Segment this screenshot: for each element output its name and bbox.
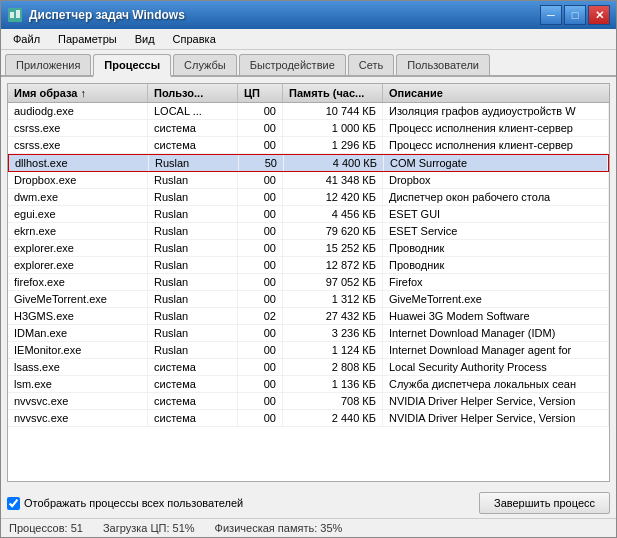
cell: lsass.exe <box>8 359 148 375</box>
menu-item-справка[interactable]: Справка <box>165 31 224 47</box>
cell: NVIDIA Driver Helper Service, Version <box>383 393 609 409</box>
cell: Изоляция графов аудиоустройств W <box>383 103 609 119</box>
col-header-desc[interactable]: Описание <box>383 84 609 102</box>
table-row[interactable]: firefox.exeRuslan0097 052 КБFirefox <box>8 274 609 291</box>
cell: система <box>148 393 238 409</box>
cell: 00 <box>238 342 283 358</box>
tab-сеть[interactable]: Сеть <box>348 54 394 75</box>
cell: 00 <box>238 137 283 153</box>
cell: firefox.exe <box>8 274 148 290</box>
cell: 4 400 КБ <box>284 155 384 171</box>
cell: Huawei 3G Modem Software <box>383 308 609 324</box>
tab-быстродействие[interactable]: Быстродействие <box>239 54 346 75</box>
cell: Internet Download Manager (IDM) <box>383 325 609 341</box>
cell: 79 620 КБ <box>283 223 383 239</box>
table-row[interactable]: dwm.exeRuslan0012 420 КБДиспетчер окон р… <box>8 189 609 206</box>
table-row[interactable]: audiodg.exeLOCAL ...0010 744 КБИзоляция … <box>8 103 609 120</box>
cell: 50 <box>239 155 284 171</box>
cell: 1 312 КБ <box>283 291 383 307</box>
show-all-users-checkbox[interactable]: Отображать процессы всех пользователей <box>7 497 243 510</box>
cell: NVIDIA Driver Helper Service, Version <box>383 410 609 426</box>
status-cpu: Загрузка ЦП: 51% <box>103 522 195 534</box>
cell: 12 420 КБ <box>283 189 383 205</box>
cell: Local Security Authority Process <box>383 359 609 375</box>
close-button[interactable]: ✕ <box>588 5 610 25</box>
cell: 15 252 КБ <box>283 240 383 256</box>
cell: 10 744 КБ <box>283 103 383 119</box>
menu-item-вид[interactable]: Вид <box>127 31 163 47</box>
cell: 3 236 КБ <box>283 325 383 341</box>
status-processes: Процессов: 51 <box>9 522 83 534</box>
table-row[interactable]: Dropbox.exeRuslan0041 348 КБDropbox <box>8 172 609 189</box>
col-header-user[interactable]: Пользо... <box>148 84 238 102</box>
process-table: Имя образа ↑Пользо...ЦППамять (час...Опи… <box>7 83 610 482</box>
table-row[interactable]: nvvsvc.exeсистема00708 КБNVIDIA Driver H… <box>8 393 609 410</box>
menu-item-параметры[interactable]: Параметры <box>50 31 125 47</box>
cell: Процесс исполнения клиент-сервер <box>383 120 609 136</box>
cell: 708 КБ <box>283 393 383 409</box>
cell: csrss.exe <box>8 120 148 136</box>
table-row[interactable]: dllhost.exeRuslan504 400 КБCOM Surrogate <box>8 154 609 172</box>
cell: ESET Service <box>383 223 609 239</box>
cell: 00 <box>238 240 283 256</box>
table-body[interactable]: audiodg.exeLOCAL ...0010 744 КБИзоляция … <box>8 103 609 481</box>
table-header: Имя образа ↑Пользо...ЦППамять (час...Опи… <box>8 84 609 103</box>
checkbox-label-text: Отображать процессы всех пользователей <box>24 497 243 509</box>
cell: audiodg.exe <box>8 103 148 119</box>
cell: Процесс исполнения клиент-сервер <box>383 137 609 153</box>
col-header-name[interactable]: Имя образа ↑ <box>8 84 148 102</box>
window-controls: ─ □ ✕ <box>540 5 610 25</box>
menu-item-файл[interactable]: Файл <box>5 31 48 47</box>
cell: Ruslan <box>148 189 238 205</box>
table-row[interactable]: lsass.exeсистема002 808 КБLocal Security… <box>8 359 609 376</box>
end-process-button[interactable]: Завершить процесс <box>479 492 610 514</box>
cell: dllhost.exe <box>9 155 149 171</box>
cell: 1 136 КБ <box>283 376 383 392</box>
table-row[interactable]: nvvsvc.exeсистема002 440 КБNVIDIA Driver… <box>8 410 609 427</box>
tab-службы[interactable]: Службы <box>173 54 237 75</box>
table-row[interactable]: explorer.exeRuslan0012 872 КБПроводник <box>8 257 609 274</box>
app-icon <box>7 7 23 23</box>
table-row[interactable]: egui.exeRuslan004 456 КБESET GUI <box>8 206 609 223</box>
table-row[interactable]: IEMonitor.exeRuslan001 124 КБInternet Do… <box>8 342 609 359</box>
cell: Ruslan <box>148 274 238 290</box>
table-row[interactable]: explorer.exeRuslan0015 252 КБПроводник <box>8 240 609 257</box>
tab-приложения[interactable]: Приложения <box>5 54 91 75</box>
cell: 00 <box>238 376 283 392</box>
cell: система <box>148 410 238 426</box>
tab-процессы[interactable]: Процессы <box>93 54 171 77</box>
cell: Ruslan <box>148 240 238 256</box>
cell: 02 <box>238 308 283 324</box>
table-row[interactable]: H3GMS.exeRuslan0227 432 КБHuawei 3G Mode… <box>8 308 609 325</box>
cell: 1 124 КБ <box>283 342 383 358</box>
cell: Internet Download Manager agent for <box>383 342 609 358</box>
cell: 2 808 КБ <box>283 359 383 375</box>
maximize-button[interactable]: □ <box>564 5 586 25</box>
table-row[interactable]: ekrn.exeRuslan0079 620 КБESET Service <box>8 223 609 240</box>
cell: 00 <box>238 274 283 290</box>
cell: 00 <box>238 103 283 119</box>
cell: 00 <box>238 223 283 239</box>
title-bar-left: Диспетчер задач Windows <box>7 7 185 23</box>
table-row[interactable]: IDMan.exeRuslan003 236 КБInternet Downlo… <box>8 325 609 342</box>
cell: Ruslan <box>148 291 238 307</box>
table-row[interactable]: lsm.exeсистема001 136 КБСлужба диспетчер… <box>8 376 609 393</box>
cell: 1 000 КБ <box>283 120 383 136</box>
cell: 00 <box>238 120 283 136</box>
minimize-button[interactable]: ─ <box>540 5 562 25</box>
col-header-mem[interactable]: Память (час... <box>283 84 383 102</box>
table-row[interactable]: GiveMeTorrent.exeRuslan001 312 КБGiveMeT… <box>8 291 609 308</box>
cell: 1 296 КБ <box>283 137 383 153</box>
status-memory: Физическая память: 35% <box>215 522 343 534</box>
cell: Ruslan <box>148 206 238 222</box>
cell: explorer.exe <box>8 257 148 273</box>
title-bar: Диспетчер задач Windows ─ □ ✕ <box>1 1 616 29</box>
cell: Служба диспетчера локальных сеан <box>383 376 609 392</box>
svg-rect-2 <box>16 10 20 18</box>
all-users-input[interactable] <box>7 497 20 510</box>
cell: 00 <box>238 172 283 188</box>
table-row[interactable]: csrss.exeсистема001 296 КБПроцесс исполн… <box>8 137 609 154</box>
table-row[interactable]: csrss.exeсистема001 000 КБПроцесс исполн… <box>8 120 609 137</box>
tab-пользователи[interactable]: Пользователи <box>396 54 490 75</box>
col-header-cpu[interactable]: ЦП <box>238 84 283 102</box>
